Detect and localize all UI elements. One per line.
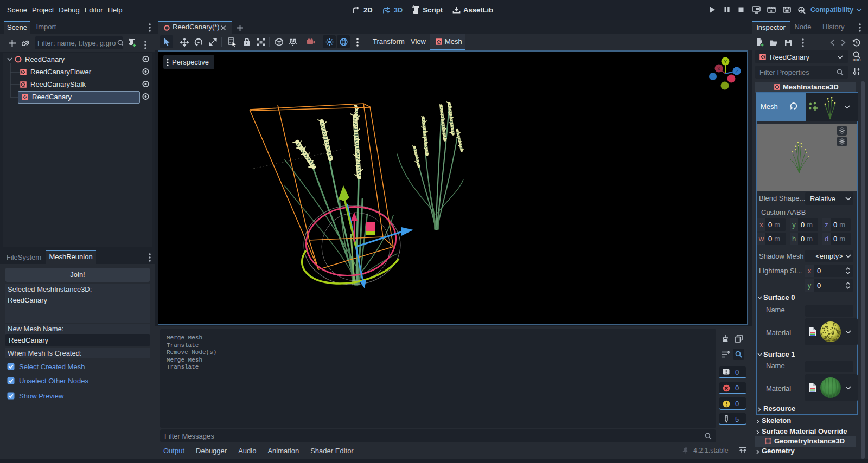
svg-text:Z: Z — [735, 69, 738, 74]
svg-text:Y: Y — [724, 59, 727, 65]
svg-text:DOC: DOC — [853, 58, 861, 62]
svg-text:X: X — [717, 66, 720, 72]
